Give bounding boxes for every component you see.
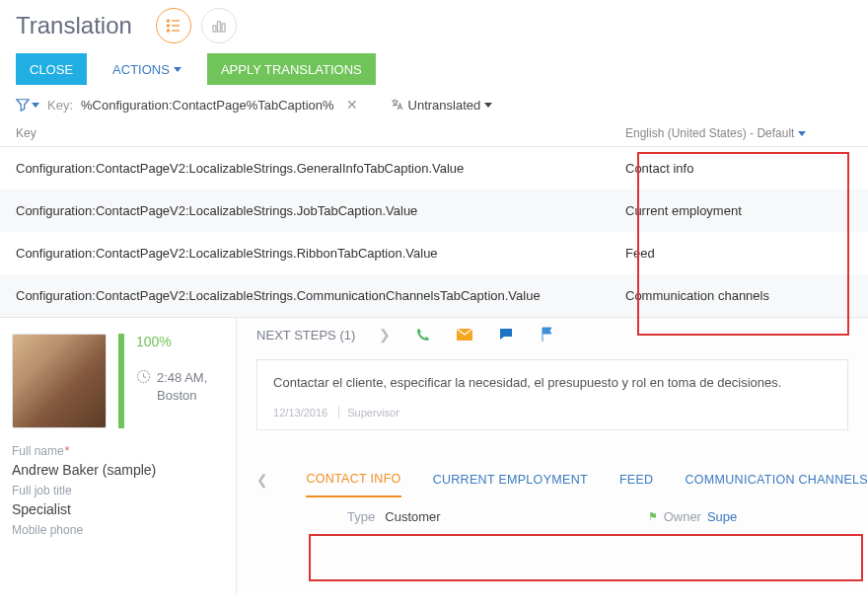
svg-rect-7 — [217, 22, 220, 32]
phone-icon[interactable] — [414, 326, 432, 343]
svg-rect-8 — [222, 24, 225, 32]
note-text: Contactar el cliente, especificar la nec… — [273, 374, 832, 392]
tab-feed[interactable]: FEED — [619, 463, 654, 496]
next-steps-label[interactable]: NEXT STEPS (1) — [256, 328, 355, 343]
cell-key: Configuration:ContactPageV2:LocalizableS… — [16, 246, 625, 261]
tab-current-employment[interactable]: CURRENT EMPLOYMENT — [433, 463, 588, 496]
tab-contact-info[interactable]: CONTACT INFO — [306, 462, 400, 497]
avatar[interactable] — [12, 334, 107, 428]
flag-icon[interactable] — [539, 326, 556, 343]
untranslated-label: Untranslated — [408, 98, 481, 113]
cell-value: Current employment — [625, 203, 852, 218]
full-name-field[interactable]: Andrew Baker (sample) — [12, 462, 214, 478]
caret-down-icon — [484, 103, 492, 108]
local-time: 2:48 AM, — [157, 369, 207, 387]
translate-icon — [390, 98, 404, 113]
view-list-button[interactable] — [156, 8, 191, 43]
page-title: Translation — [16, 12, 132, 39]
full-name-label: Full name — [12, 444, 214, 458]
clock-icon — [136, 369, 151, 384]
cell-key: Configuration:ContactPageV2:LocalizableS… — [16, 203, 625, 218]
type-label: Type — [347, 509, 375, 524]
column-key-header[interactable]: Key — [16, 126, 625, 140]
flag-icon: ⚑ — [648, 510, 658, 523]
close-button[interactable]: CLOSE — [16, 53, 87, 85]
cell-key: Configuration:ContactPageV2:LocalizableS… — [16, 288, 625, 303]
tabs-scroll-left[interactable]: ❮ — [251, 472, 274, 488]
caret-down-icon — [32, 103, 39, 108]
table-row[interactable]: Configuration:ContactPageV2:LocalizableS… — [0, 147, 868, 190]
job-title-field[interactable]: Specialist — [12, 501, 214, 517]
filter-key-value[interactable]: %Configuration:ContactPage%TabCaption% — [81, 98, 334, 113]
actions-label: ACTIONS — [112, 62, 170, 77]
cell-value: Communication channels — [625, 288, 852, 303]
svg-rect-6 — [213, 26, 216, 32]
apply-translations-button[interactable]: APPLY TRANSLATIONS — [207, 53, 376, 85]
completeness-percent: 100% — [136, 334, 214, 349]
owner-field[interactable]: Supe — [707, 509, 737, 524]
view-chart-button[interactable] — [201, 8, 237, 43]
table-row[interactable]: Configuration:ContactPageV2:LocalizableS… — [0, 190, 868, 232]
untranslated-filter[interactable]: Untranslated — [390, 98, 493, 113]
owner-label: Owner — [664, 509, 701, 524]
chat-icon[interactable] — [497, 326, 515, 343]
filter-button[interactable] — [16, 98, 39, 112]
chevron-right-icon[interactable]: ❯ — [379, 327, 391, 343]
filter-key-label: Key: — [47, 98, 73, 113]
caret-down-icon — [798, 131, 806, 136]
next-step-note[interactable]: Contactar el cliente, especificar la nec… — [256, 359, 848, 430]
type-field[interactable]: Customer — [385, 509, 440, 524]
location: Boston — [157, 387, 207, 405]
note-author: Supervisor — [338, 407, 399, 419]
caret-down-icon — [174, 67, 181, 72]
actions-menu[interactable]: ACTIONS — [99, 53, 195, 85]
svg-point-2 — [167, 25, 169, 27]
table-row[interactable]: Configuration:ContactPageV2:LocalizableS… — [0, 274, 868, 317]
svg-point-4 — [167, 30, 169, 32]
cell-value: Contact info — [625, 161, 852, 176]
tab-communication-channels[interactable]: COMMUNICATION CHANNELS — [685, 463, 868, 496]
mail-icon[interactable] — [456, 326, 473, 343]
table-row[interactable]: Configuration:ContactPageV2:LocalizableS… — [0, 232, 868, 274]
column-value-header[interactable]: English (United States) - Default — [625, 126, 852, 140]
svg-point-0 — [167, 20, 169, 22]
cell-value: Feed — [625, 246, 852, 261]
filter-clear-icon[interactable]: ✕ — [342, 97, 362, 113]
completeness-bar — [118, 334, 124, 428]
cell-key: Configuration:ContactPageV2:LocalizableS… — [16, 161, 625, 176]
column-value-label: English (United States) - Default — [625, 126, 794, 140]
note-date: 12/13/2016 — [273, 407, 327, 419]
mobile-phone-label: Mobile phone — [12, 523, 214, 537]
job-title-label: Full job title — [12, 484, 214, 497]
